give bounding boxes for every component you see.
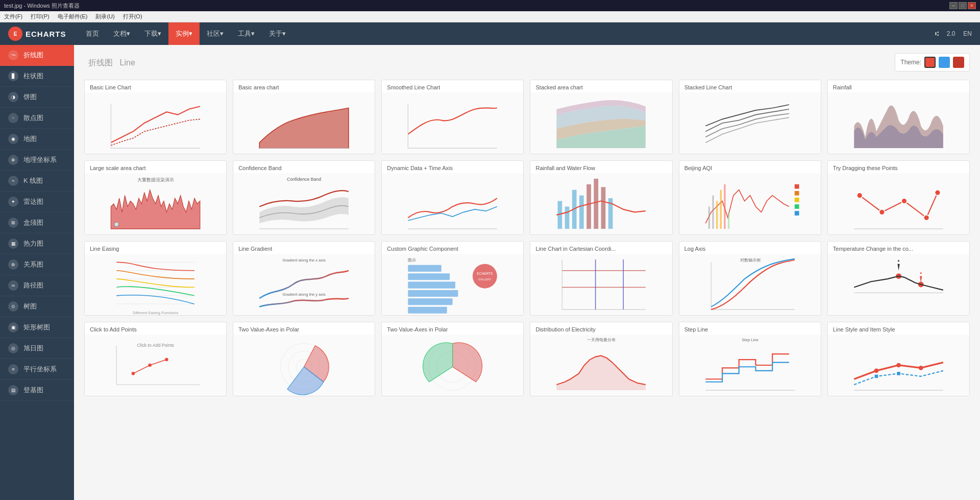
svg-marker-67 [897, 264, 899, 271]
sidebar-item-heatmap[interactable]: ▦ 热力图 [0, 233, 74, 254]
nav-community[interactable]: 社区▾ [200, 22, 231, 45]
maximize-button[interactable]: □ [959, 2, 967, 9]
menu-print[interactable]: 打印(P) [31, 13, 50, 20]
content-area: 折线图 Line Theme: Basic Line Chart [74, 45, 980, 500]
line-chart-icon: 〜 [8, 50, 18, 60]
theme-red[interactable] [924, 57, 936, 68]
chart-title: Distribution of Electricity [530, 322, 672, 335]
sidebar-item-radar[interactable]: ✦ 雷达图 [0, 192, 74, 212]
menu-email[interactable]: 电子邮件(E) [58, 13, 88, 20]
chart-card-basic-area[interactable]: Basic area chart [233, 80, 375, 154]
chart-card-temperature[interactable]: Temperature Change in the co... ▲ ▲ [827, 241, 970, 316]
svg-rect-24 [708, 206, 709, 229]
chart-title: Two Value-Axes in Polar [382, 322, 523, 335]
chart-card-line-style[interactable]: Line Style and Item Style [827, 322, 970, 396]
svg-text:一天用电量分布: 一天用电量分布 [587, 338, 616, 342]
sidebar-label-heatmap: 热力图 [23, 239, 43, 248]
menu-open[interactable]: 打开(O) [123, 13, 142, 20]
svg-rect-23 [795, 211, 799, 216]
nav-right: ⑆ 2.0 EN [935, 30, 972, 37]
sidebar-item-map[interactable]: ◉ 地图 [0, 129, 74, 150]
chart-card-confidence-band[interactable]: Confidence Band Confidence Band [233, 160, 375, 235]
chart-card-polar-value-1[interactable]: Two Value-Axes in Polar [233, 322, 375, 396]
sidebar-item-graph[interactable]: ⊛ 关系图 [0, 254, 74, 275]
menu-file[interactable]: 文件(F) [4, 13, 22, 20]
svg-rect-50 [408, 298, 453, 305]
svg-point-7 [114, 222, 119, 227]
chart-card-basic-line[interactable]: Basic Line Chart [84, 80, 227, 154]
chart-card-stacked-line[interactable]: Stacked Line Chart [679, 80, 821, 154]
logo-icon: E [8, 27, 22, 41]
nav-tools[interactable]: 工具▾ [231, 22, 262, 45]
chart-card-rainfall[interactable]: Rainfall [827, 80, 970, 154]
minimize-button[interactable]: ─ [949, 2, 958, 9]
theme-blue[interactable] [939, 57, 950, 68]
svg-rect-89 [897, 372, 900, 375]
sidebar-item-pie[interactable]: ◑ 饼图 [0, 87, 74, 108]
svg-rect-12 [565, 206, 570, 229]
sidebar-item-sankey[interactable]: ▤ 登基图 [0, 380, 74, 401]
menu-burn[interactable]: 刻录(U) [95, 13, 114, 20]
svg-point-86 [896, 363, 901, 368]
sidebar-label-treemap: 矩形树图 [23, 323, 50, 332]
github-icon[interactable]: ⑆ [935, 30, 939, 37]
svg-point-30 [857, 193, 863, 198]
chart-card-distribution[interactable]: Distribution of Electricity 一天用电量分布 [530, 322, 672, 396]
svg-text:Confidence Band: Confidence Band [287, 177, 321, 182]
chart-card-polar-value-2[interactable]: Two Value-Axes in Polar [381, 322, 524, 396]
chart-title: Step Line [679, 322, 821, 335]
svg-point-87 [919, 366, 923, 370]
sidebar-item-geo[interactable]: ⊕ 地理坐标系 [0, 150, 74, 171]
nav-home[interactable]: 首页 [79, 22, 106, 45]
nav-download[interactable]: 下载▾ [137, 22, 168, 45]
chart-card-rainfall-waterflow[interactable]: Rainfall and Water Flow [530, 160, 672, 235]
chart-card-cartesian[interactable]: Line Chart in Cartesian Coordi... [530, 241, 672, 316]
nav-lang[interactable]: EN [963, 30, 972, 37]
chart-title: Log Axis [679, 242, 821, 254]
sidebar-item-boxplot[interactable]: ⊞ 盒须图 [0, 212, 74, 233]
svg-point-52 [473, 264, 497, 289]
chart-thumbnail [85, 92, 226, 154]
sidebar-item-kline[interactable]: ≈ K 线图 [0, 171, 74, 192]
graph-icon: ⊛ [8, 259, 18, 270]
chart-title: Stacked area chart [530, 80, 672, 92]
chart-card-stacked-area[interactable]: Stacked area chart [530, 80, 672, 154]
chart-thumbnail [679, 173, 821, 234]
sidebar-item-line[interactable]: 〜 折线图 [0, 45, 74, 66]
sidebar-item-parallel[interactable]: ≡ 平行坐标系 [0, 359, 74, 380]
chart-card-custom-graphic[interactable]: Custom Graphic Component 图示 ECHARTS GALL… [381, 241, 524, 316]
svg-text:图示: 图示 [408, 258, 416, 263]
chart-card-beijing-aqi[interactable]: Beijing AQI [679, 160, 821, 235]
window-title: test.jpg - Windows 照片查看器 [4, 2, 80, 10]
chart-thumbnail [828, 173, 969, 234]
nav-docs[interactable]: 文档▾ [106, 22, 137, 45]
chart-card-smoothed-line[interactable]: Smoothed Line Chart [381, 80, 524, 154]
theme-dark-red[interactable] [953, 57, 964, 68]
sidebar-item-lines[interactable]: ∞ 路径图 [0, 275, 74, 296]
radar-icon: ✦ [8, 197, 18, 207]
sidebar-item-treemap[interactable]: ▣ 矩形树图 [0, 317, 74, 338]
svg-point-33 [923, 215, 929, 221]
chart-card-click-add[interactable]: Click to Add Points Click to Add Points [84, 322, 227, 396]
sidebar-item-tree[interactable]: ⊙ 树图 [0, 296, 74, 317]
echarts-navbar: E ECHARTS 首页 文档▾ 下载▾ 实例▾ 社区▾ 工具▾ 关于▾ ⑆ 2… [0, 22, 980, 45]
chart-card-dynamic-data[interactable]: Dynamic Data + Time Axis [381, 160, 524, 235]
chart-card-line-easing[interactable]: Line Easing Different Eas [84, 241, 227, 316]
sidebar-item-sunburst[interactable]: ◎ 旭日图 [0, 338, 74, 359]
main-layout: 〜 折线图 ▊ 柱状图 ◑ 饼图 ⁘ 散点图 ◉ 地图 ⊕ 地理坐标系 ≈ K … [0, 45, 980, 500]
nav-about[interactable]: 关于▾ [262, 22, 293, 45]
chart-card-dragging[interactable]: Try Dragging these Points [827, 160, 970, 235]
chart-thumbnail [382, 335, 523, 396]
nav-examples[interactable]: 实例▾ [168, 22, 200, 45]
chart-card-line-gradient[interactable]: Line Gradient Gradient along the x axis … [233, 241, 375, 316]
chart-card-log-axis[interactable]: Log Axis 对数轴示例 [679, 241, 821, 316]
svg-rect-26 [716, 201, 718, 229]
close-button[interactable]: ✕ [968, 2, 976, 9]
theme-label: Theme: [900, 59, 921, 66]
sidebar-item-scatter[interactable]: ⁘ 散点图 [0, 108, 74, 129]
chart-card-large-area[interactable]: Large scale area chart 大量数据渲染演示 [84, 160, 227, 235]
chart-card-step-line[interactable]: Step Line Step Line [679, 322, 821, 396]
chart-title: Line Gradient [233, 242, 375, 254]
sidebar-item-bar[interactable]: ▊ 柱状图 [0, 66, 74, 87]
pie-chart-icon: ◑ [8, 92, 18, 102]
